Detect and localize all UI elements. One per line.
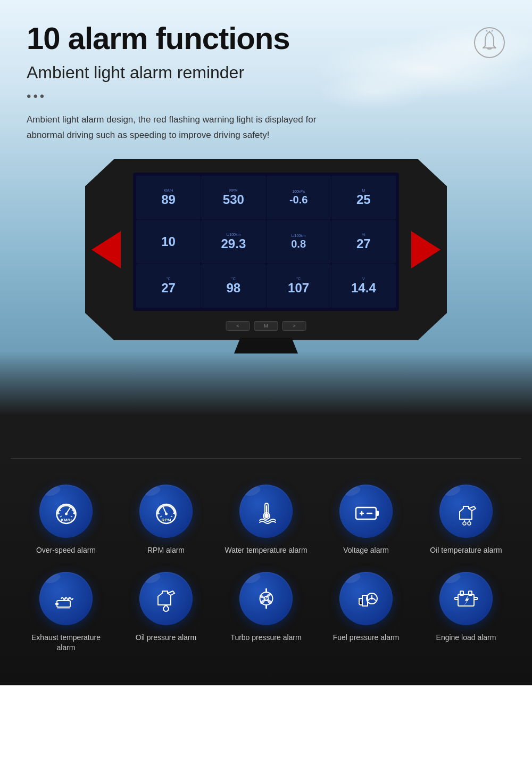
- turbo-icon: [252, 584, 281, 613]
- top-section: 10 alarm functions Ambient light alarm r…: [0, 0, 532, 458]
- alarm-label-turbo: Turbo pressure alarm: [230, 633, 301, 643]
- hud-cell-value: 0.8: [291, 239, 306, 249]
- hud-cell-altitude: M 25: [331, 176, 396, 219]
- svg-rect-27: [376, 511, 379, 516]
- alarm-circle-oil-pressure: [139, 572, 193, 625]
- alarm-circle-turbo: [239, 572, 293, 625]
- svg-line-19: [171, 516, 172, 517]
- alarm-label-exhaust: Exhaust temperature alarm: [21, 633, 111, 653]
- title-row: 10 alarm functions: [27, 21, 505, 59]
- fuel-icon: [352, 584, 381, 613]
- dots: •••: [27, 89, 505, 104]
- dashboard-bg: [0, 351, 532, 458]
- hud-cell-value: -0.6: [289, 194, 307, 205]
- svg-text:RPM: RPM: [161, 518, 171, 522]
- hud-right-accent: [411, 231, 440, 268]
- alarm-label-engine-load: Engine load alarm: [436, 633, 496, 643]
- hud-cell-value: 530: [223, 193, 244, 206]
- hud-cell-label: L/100km: [292, 234, 306, 238]
- alarm-circle-voltage: [339, 485, 393, 538]
- alarm-item-fuel-pressure: Fuel pressure alarm: [321, 572, 411, 653]
- hud-btn-prev[interactable]: <: [226, 321, 250, 331]
- svg-rect-34: [55, 603, 59, 605]
- svg-point-25: [264, 514, 269, 518]
- svg-line-10: [71, 516, 72, 517]
- hud-btn-next-label: >: [293, 323, 295, 329]
- alarm-item-engine-load: Engine load alarm: [421, 572, 511, 653]
- alarm-circle-rpm: RPM: [139, 485, 193, 538]
- hud-cell-percent: % 27: [331, 220, 396, 264]
- alarm-item-voltage: Voltage alarm: [321, 485, 411, 556]
- hud-btn-prev-label: <: [236, 323, 239, 329]
- bottom-section: KM/H Over-speed alarm: [0, 458, 532, 685]
- engine-icon: [452, 584, 481, 613]
- alarm-label-overspeed: Over-speed alarm: [36, 545, 96, 556]
- svg-line-2: [486, 30, 487, 31]
- hud-left-accent: [92, 231, 121, 268]
- svg-point-6: [65, 512, 68, 515]
- bell-icon: [473, 27, 505, 59]
- hud-cell-value: 14.4: [351, 282, 376, 294]
- battery-icon: [352, 497, 381, 526]
- hud-cell-voltage: V 14.4: [331, 264, 396, 308]
- svg-point-42: [371, 597, 373, 600]
- alarm-label-fuel-pressure: Fuel pressure alarm: [333, 633, 400, 643]
- alarm-label-oil-temp: Oil temperature alarm: [430, 545, 502, 556]
- alarm-item-turbo: Turbo pressure alarm: [221, 572, 311, 653]
- svg-line-3: [492, 30, 493, 31]
- alarm-circle-fuel-pressure: [339, 572, 393, 625]
- alarm-grid: KM/H Over-speed alarm: [21, 485, 511, 653]
- description: Ambient light alarm design, the red flas…: [27, 112, 335, 143]
- alarm-label-oil-pressure: Oil pressure alarm: [136, 633, 196, 643]
- speedometer-icon: KM/H: [52, 497, 81, 526]
- alarm-label-voltage: Voltage alarm: [343, 545, 389, 556]
- hud-device: KM/H 89 RPM 530 100kPa -0.6 M 25: [85, 159, 447, 340]
- hud-cell-speed: KM/H 89: [136, 176, 201, 219]
- hud-btn-menu[interactable]: M: [254, 321, 278, 331]
- hud-stand: [234, 338, 298, 354]
- svg-rect-47: [455, 597, 458, 600]
- svg-rect-35: [57, 607, 70, 609]
- subtitle: Ambient light alarm reminder: [27, 63, 505, 83]
- alarm-label-water-temp: Water temperature alarm: [225, 545, 307, 556]
- alarm-circle-overspeed: KM/H: [39, 485, 93, 538]
- hud-screen: KM/H 89 RPM 530 100kPa -0.6 M 25: [133, 173, 399, 311]
- exhaust-icon: [52, 584, 81, 613]
- svg-line-17: [160, 516, 162, 517]
- hud-btn-menu-label: M: [264, 323, 268, 329]
- alarm-item-oil-pressure: Oil pressure alarm: [121, 572, 211, 653]
- water-temp-icon: [252, 497, 281, 526]
- svg-rect-46: [474, 597, 477, 600]
- svg-rect-24: [266, 505, 267, 515]
- hud-cell-temp1: °C 27: [136, 264, 201, 308]
- alarm-item-exhaust: Exhaust temperature alarm: [21, 572, 111, 653]
- svg-point-16: [165, 512, 168, 515]
- alarm-item-water-temp: Water temperature alarm: [221, 485, 311, 556]
- hud-buttons: < M >: [226, 321, 306, 331]
- alarm-circle-exhaust: [39, 572, 93, 625]
- hud-cell-value: 10: [161, 235, 176, 248]
- hud-cell-value: 98: [227, 282, 241, 294]
- hud-cell-rpm: RPM 530: [201, 176, 265, 219]
- hud-cell-value: 27: [161, 282, 176, 294]
- svg-line-7: [60, 516, 62, 517]
- alarm-item-overspeed: KM/H Over-speed alarm: [21, 485, 111, 556]
- svg-point-32: [468, 522, 471, 525]
- hud-cell-gear: 10: [136, 220, 201, 264]
- main-title: 10 alarm functions: [27, 21, 289, 55]
- hud-cell-value: 89: [161, 193, 176, 206]
- svg-rect-26: [356, 507, 376, 519]
- hud-cell-temp3: °C 107: [267, 264, 331, 308]
- hud-cell-value: 27: [356, 237, 371, 250]
- hud-device-container: KM/H 89 RPM 530 100kPa -0.6 M 25: [27, 159, 505, 340]
- alarm-circle-water-temp: [239, 485, 293, 538]
- hud-cell-value: 107: [288, 282, 309, 294]
- svg-text:KM/H: KM/H: [61, 518, 72, 522]
- alarm-circle-oil-temp: [439, 485, 493, 538]
- alarm-item-oil-temp: Oil temperature alarm: [421, 485, 511, 556]
- hud-cell-fuel1: L/100km 29.3: [201, 220, 265, 264]
- hud-cell-value: 29.3: [221, 237, 246, 250]
- hud-cell-label: 100kPa: [292, 190, 305, 194]
- oil-pressure-icon: [152, 584, 181, 613]
- hud-btn-next[interactable]: >: [282, 321, 306, 331]
